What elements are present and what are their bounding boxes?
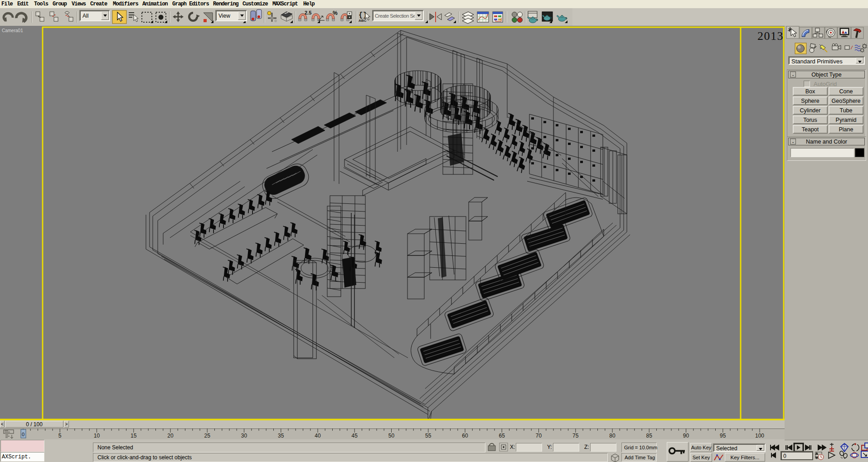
svg-text:70: 70: [536, 433, 542, 439]
svg-text:25: 25: [204, 433, 211, 439]
svg-text:%: %: [333, 10, 338, 16]
svg-text:10: 10: [94, 433, 100, 439]
svg-text:0: 0: [22, 432, 24, 437]
svg-text:55: 55: [425, 433, 432, 439]
svg-text:90: 90: [683, 433, 689, 439]
svg-text:30: 30: [241, 433, 247, 439]
svg-text:100: 100: [755, 433, 764, 439]
svg-text:50: 50: [388, 433, 395, 439]
svg-text:85: 85: [646, 433, 653, 439]
svg-text:95: 95: [720, 433, 726, 439]
svg-text:60: 60: [462, 433, 468, 439]
svg-text:45: 45: [352, 433, 358, 439]
svg-text:35: 35: [278, 433, 284, 439]
svg-text:80: 80: [609, 433, 616, 439]
svg-text:5: 5: [58, 433, 62, 439]
svg-text:2.5: 2.5: [305, 10, 311, 15]
svg-text:75: 75: [572, 433, 579, 439]
svg-text:65: 65: [499, 433, 505, 439]
svg-text:40: 40: [315, 433, 321, 439]
svg-text:20: 20: [167, 433, 174, 439]
svg-text:15: 15: [131, 433, 137, 439]
